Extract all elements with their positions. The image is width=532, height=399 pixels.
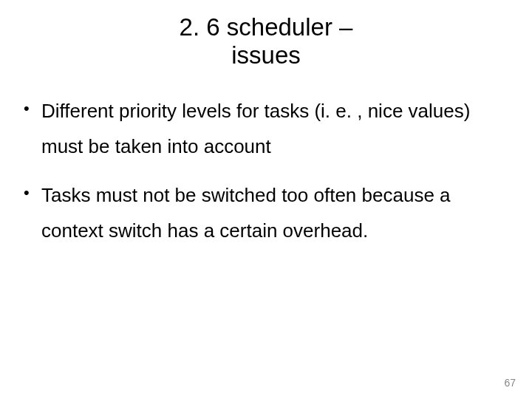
slide-title: 2. 6 scheduler – issues: [0, 0, 532, 69]
slide: 2. 6 scheduler – issues Different priori…: [0, 0, 532, 399]
page-number: 67: [504, 377, 516, 389]
bullet-item: Tasks must not be switched too often bec…: [21, 177, 511, 248]
slide-body: Different priority levels for tasks (i. …: [0, 69, 532, 248]
title-line-2: issues: [0, 41, 532, 69]
title-line-1: 2. 6 scheduler –: [0, 13, 532, 41]
bullet-list: Different priority levels for tasks (i. …: [21, 93, 511, 248]
bullet-item: Different priority levels for tasks (i. …: [21, 93, 511, 164]
